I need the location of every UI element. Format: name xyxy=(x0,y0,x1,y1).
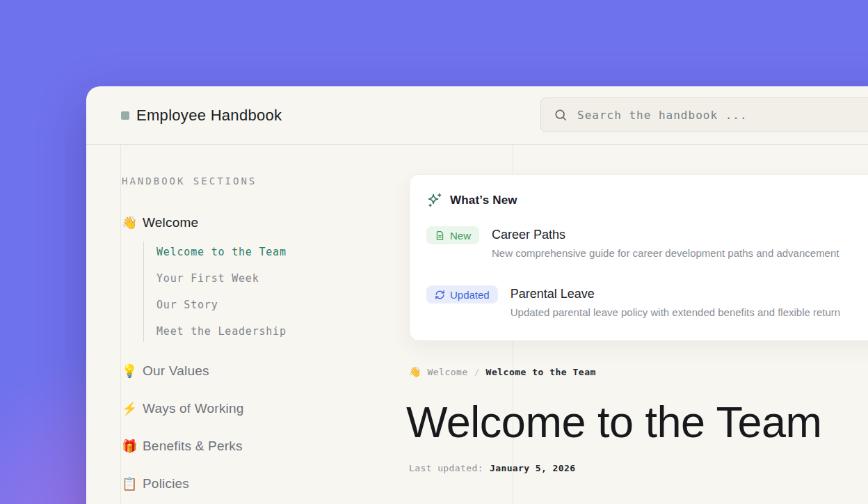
sparkles-icon xyxy=(426,192,442,208)
last-updated-label: Last updated: xyxy=(409,463,483,473)
sidebar-item-label: Our Values xyxy=(143,363,209,379)
grid-rule-left xyxy=(120,144,121,504)
waving-hand-icon: 👋 xyxy=(409,365,421,379)
brand-logo-icon xyxy=(121,111,129,120)
sidebar-subitem-our-story[interactable]: Our Story xyxy=(156,299,218,311)
whats-new-header: What’s New xyxy=(426,192,517,208)
sidebar-item-our-values[interactable]: 💡 Our Values xyxy=(122,363,209,379)
sidebar-sublist: Welcome to the Team Your First Week Our … xyxy=(143,242,380,342)
whats-new-item-text: Parental Leave Updated parental leave po… xyxy=(511,285,840,319)
sidebar-item-welcome[interactable]: 👋 Welcome xyxy=(122,214,198,231)
sidebar-item-policies[interactable]: 📋 Policies xyxy=(122,475,189,492)
sidebar-item-ways-of-working[interactable]: ⚡ Ways of Working xyxy=(122,400,244,417)
badge-label: New xyxy=(450,230,471,242)
search-input[interactable]: Search the handbook ... xyxy=(540,97,868,132)
new-badge: New xyxy=(426,226,479,244)
sidebar-item-label: Benefits & Perks xyxy=(143,439,243,454)
gift-icon: 🎁 xyxy=(122,438,136,455)
whats-new-title: What’s New xyxy=(450,194,517,207)
item-title: Parental Leave xyxy=(511,286,840,301)
last-updated-value: January 5, 2026 xyxy=(490,463,575,473)
sidebar-heading: HANDBOOK SECTIONS xyxy=(122,175,257,187)
refresh-icon xyxy=(435,290,445,300)
whats-new-item-career-paths[interactable]: New Career Paths New comprehensive guide… xyxy=(426,226,868,260)
breadcrumb-section[interactable]: Welcome xyxy=(427,367,467,377)
breadcrumb-separator: / xyxy=(474,367,480,377)
breadcrumb: 👋 Welcome / Welcome to the Team xyxy=(409,365,596,379)
item-title: Career Paths xyxy=(492,227,839,242)
sidebar-subitem-meet-the-leadership[interactable]: Meet the Leadership xyxy=(156,325,287,338)
sidebar-item-label: Welcome xyxy=(143,215,198,230)
app-window: Employee Handbook Search the handbook ..… xyxy=(86,86,868,504)
search-placeholder: Search the handbook ... xyxy=(577,109,748,122)
lightning-icon: ⚡ xyxy=(122,400,136,417)
last-updated: Last updated: January 5, 2026 xyxy=(409,463,575,473)
app-title: Employee Handbook xyxy=(136,107,282,125)
document-icon xyxy=(435,230,445,241)
breadcrumb-current-page: Welcome to the Team xyxy=(486,367,596,377)
waving-hand-icon: 👋 xyxy=(122,214,136,231)
whats-new-item-text: Career Paths New comprehensive guide for… xyxy=(492,226,839,260)
sidebar-subitem-your-first-week[interactable]: Your First Week xyxy=(156,272,259,285)
item-description: Updated parental leave policy with exten… xyxy=(511,306,840,319)
item-description: New comprehensive guide for career devel… xyxy=(492,247,839,260)
sidebar-item-label: Policies xyxy=(143,476,189,491)
clipboard-icon: 📋 xyxy=(122,475,136,492)
badge-label: Updated xyxy=(450,289,490,301)
page-title: Welcome to the Team xyxy=(406,397,821,447)
sidebar-subitem-welcome-to-the-team[interactable]: Welcome to the Team xyxy=(156,246,287,258)
sidebar-item-label: Ways of Working xyxy=(143,401,244,416)
app-header: Employee Handbook Search the handbook ..… xyxy=(86,86,868,145)
updated-badge: Updated xyxy=(426,285,498,304)
whats-new-card: What’s New New Career Paths New comprehe… xyxy=(409,174,868,341)
lightbulb-icon: 💡 xyxy=(122,363,136,379)
search-icon xyxy=(554,108,568,122)
brand[interactable]: Employee Handbook xyxy=(121,86,282,144)
whats-new-item-parental-leave[interactable]: Updated Parental Leave Updated parental … xyxy=(426,285,868,319)
sidebar-item-benefits-perks[interactable]: 🎁 Benefits & Perks xyxy=(122,438,243,455)
